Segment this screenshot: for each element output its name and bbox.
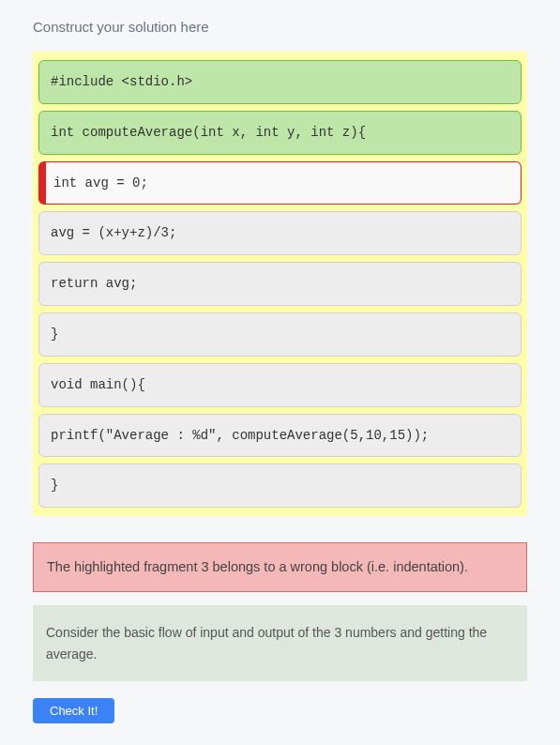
error-message: The highlighted fragment 3 belongs to a … — [33, 542, 527, 592]
solution-area[interactable]: #include <stdio.h> int computeAverage(in… — [33, 52, 527, 516]
code-block[interactable]: printf("Average : %d", computeAverage(5,… — [38, 414, 522, 458]
code-block-highlighted[interactable]: int avg = 0; — [38, 161, 522, 205]
code-block[interactable]: } — [38, 464, 522, 508]
instruction-text: Construct your solution here — [33, 19, 527, 35]
code-block[interactable]: int computeAverage(int x, int y, int z){ — [38, 111, 522, 155]
code-block[interactable]: avg = (x+y+z)/3; — [38, 211, 522, 255]
check-button[interactable]: Check It! — [33, 698, 114, 723]
code-block[interactable]: #include <stdio.h> — [38, 60, 522, 104]
code-block[interactable]: } — [38, 312, 522, 357]
code-block[interactable]: void main(){ — [38, 363, 522, 407]
code-block[interactable]: return avg; — [38, 262, 522, 306]
hint-message: Consider the basic flow of input and out… — [33, 605, 527, 681]
